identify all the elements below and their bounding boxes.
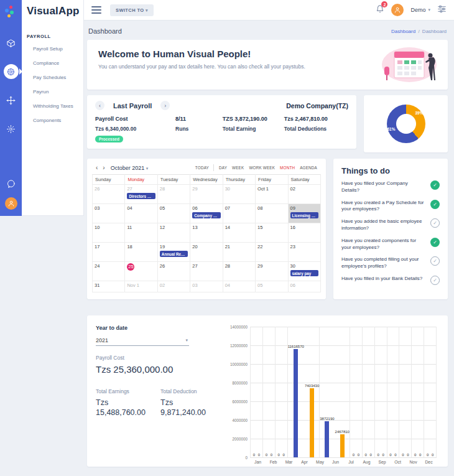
chat-icon[interactable] — [4, 176, 19, 191]
calendar-day-cell[interactable]: 03 — [93, 204, 125, 223]
sidebar-item-payroll-setup[interactable]: Payroll Setup — [22, 42, 83, 56]
day-number: 08 — [257, 205, 262, 211]
calendar-view-week[interactable]: WEEK — [229, 164, 246, 171]
calendar-day-cell[interactable]: 03 — [190, 281, 223, 292]
calendar-day-cell[interactable]: 31 — [93, 281, 125, 292]
calendar-day-cell[interactable]: 02 — [288, 185, 320, 204]
calendar-day-cell[interactable]: 09Licensing of os — [288, 204, 320, 223]
customizer-icon[interactable] — [437, 4, 447, 16]
year-select[interactable]: 2021 ▾ — [96, 333, 189, 346]
calendar-day-cell[interactable]: 05 — [157, 204, 190, 223]
check-done-icon[interactable]: ✓ — [430, 180, 440, 190]
notifications-bell-icon[interactable]: 2 — [376, 4, 384, 16]
calendar-day-cell[interactable]: 08 — [256, 204, 288, 223]
calendar-day-cell[interactable]: 05 — [256, 281, 288, 292]
calendar-day-cell[interactable]: Oct 1 — [256, 185, 288, 204]
bar-value-label: 0 — [353, 453, 354, 457]
company-name: Demo Company(TZ) — [286, 102, 348, 110]
package-icon[interactable] — [4, 35, 19, 50]
calendar-view-today[interactable]: TODAY — [193, 164, 214, 171]
calendar-day-cell[interactable]: 19Annual Reports — [157, 243, 190, 262]
calendar-day-cell[interactable]: 04 — [125, 204, 157, 223]
payroll-next-button[interactable]: › — [160, 101, 170, 110]
calendar-day-cell[interactable]: 11 — [125, 223, 157, 243]
calendar-view-day[interactable]: DAY — [216, 164, 229, 171]
calendar-day-cell[interactable]: 26 — [93, 185, 125, 204]
rail-user-avatar[interactable] — [5, 197, 17, 210]
payroll-prev-button[interactable]: ‹ — [95, 101, 104, 110]
bar-total-earnings — [325, 421, 329, 457]
calendar-day-cell[interactable]: 14 — [223, 223, 255, 243]
month-column: 00 — [387, 327, 400, 457]
calendar-prev-button[interactable]: ‹ — [93, 164, 100, 171]
calendar-day-cell[interactable]: 27 — [190, 262, 223, 281]
calendar-day-cell[interactable]: 26 — [157, 262, 190, 281]
calendar-day-cell[interactable]: 29 — [256, 262, 288, 281]
calendar-day-cell[interactable]: Nov 1 — [125, 281, 157, 292]
check-open-icon[interactable]: ✓ — [430, 218, 440, 228]
calendar-day-cell[interactable]: 18 — [125, 243, 157, 262]
calendar-day-cell[interactable]: 15 — [256, 223, 288, 243]
calendar-day-cell[interactable]: 21 — [223, 243, 255, 262]
calendar-event[interactable]: salary pay — [290, 270, 318, 276]
bar-wrap: 0 — [425, 453, 430, 457]
calendar-day-cell[interactable]: 07 — [223, 204, 255, 223]
sidebar-item-payrun[interactable]: Payrun — [22, 85, 83, 99]
calendar-day-cell[interactable]: 04 — [223, 281, 255, 292]
calendar-view-month[interactable]: MONTH — [277, 164, 297, 171]
calendar-event[interactable]: Company Mee... — [192, 212, 220, 218]
sidebar-item-pay-schedules[interactable]: Pay Schedules — [22, 70, 83, 85]
bar-wrap: 0 — [405, 453, 410, 457]
calendar-day-cell[interactable]: 23 — [288, 243, 320, 262]
move-icon[interactable] — [4, 93, 19, 108]
calendar-month-select[interactable]: October 2021 ▾ — [111, 165, 149, 171]
calendar-day-cell[interactable]: 27Directors Mee... — [125, 185, 157, 204]
earnings-deductions-donut-chart: 39%61% — [387, 105, 425, 143]
day-number: 27 — [192, 263, 197, 269]
payroll-wheel-icon[interactable] — [4, 64, 19, 79]
user-dropdown[interactable]: Demo ▾ — [410, 7, 430, 13]
calendar-day-cell[interactable]: 13 — [190, 223, 223, 243]
calendar-day-cell[interactable]: 02 — [157, 281, 190, 292]
calendar-day-cell[interactable]: 30 — [223, 185, 255, 204]
calendar-day-cell[interactable]: 20 — [190, 243, 223, 262]
calendar-event[interactable]: Licensing of os — [290, 212, 318, 218]
calendar-event[interactable]: Directors Mee... — [127, 193, 155, 199]
day-number: 11 — [127, 225, 132, 230]
calendar-view-agenda[interactable]: AGENDA — [297, 164, 320, 171]
check-done-icon[interactable]: ✓ — [430, 238, 440, 247]
calendar-day-cell[interactable]: 12 — [157, 223, 190, 243]
app-logo-icon[interactable] — [4, 4, 18, 18]
calendar-day-cell[interactable]: 28 — [157, 185, 190, 204]
day-number: 28 — [225, 263, 230, 269]
day-number: 15 — [257, 225, 262, 230]
calendar-next-button[interactable]: › — [100, 164, 107, 171]
calendar-day-cell[interactable]: 30salary pay — [288, 262, 320, 281]
hamburger-menu-icon[interactable] — [91, 4, 101, 16]
calendar-day-cell[interactable]: 10 — [93, 223, 125, 243]
day-number: 04 — [225, 282, 230, 288]
calendar-day-cell[interactable]: 24 — [93, 262, 125, 281]
calendar-day-cell[interactable]: 25 — [125, 262, 157, 281]
calendar-day-cell[interactable]: 16 — [288, 223, 320, 243]
calendar-day-cell[interactable]: 28 — [223, 262, 255, 281]
calendar-day-cell[interactable]: 22 — [256, 243, 288, 262]
check-open-icon[interactable]: ✓ — [430, 276, 440, 285]
calendar-day-cell[interactable]: 17 — [93, 243, 125, 262]
check-open-icon[interactable]: ✓ — [430, 256, 440, 266]
calendar-day-cell[interactable]: 29 — [190, 185, 223, 204]
day-number: 22 — [257, 244, 262, 250]
sidebar-item-components[interactable]: Components — [22, 113, 83, 128]
breadcrumb-link[interactable]: Dashboard — [391, 29, 415, 34]
calendar-day-cell[interactable]: 06 — [288, 281, 320, 292]
check-done-icon[interactable]: ✓ — [430, 200, 440, 209]
brand-title[interactable]: VisualApp — [22, 0, 83, 17]
calendar-day-cell[interactable]: 06Company Mee... — [190, 204, 223, 223]
header-user-avatar[interactable] — [391, 4, 404, 16]
sidebar-item-compliance[interactable]: Compliance — [22, 56, 83, 70]
settings-gear-icon[interactable] — [4, 121, 19, 136]
calendar-event[interactable]: Annual Reports — [160, 251, 188, 257]
calendar-view-work-week[interactable]: WORK WEEK — [246, 164, 277, 171]
sidebar-item-withholding-taxes[interactable]: Withholding Taxes — [22, 99, 83, 113]
switch-to-button[interactable]: SWITCH TO ▾ — [110, 4, 154, 16]
